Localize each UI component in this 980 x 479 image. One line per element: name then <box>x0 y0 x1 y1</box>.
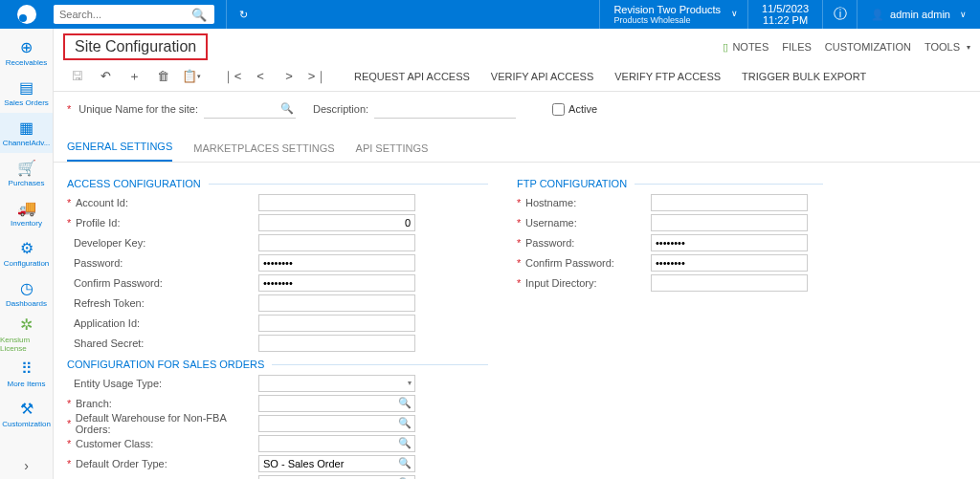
profile-id-input[interactable] <box>258 214 415 231</box>
account-id-label: Account Id: <box>76 197 128 208</box>
wrench-icon: ⚒ <box>20 400 33 418</box>
profile-id-label: Profile Id: <box>76 217 120 229</box>
building-icon: ▦ <box>19 119 33 137</box>
caret-down-icon: ▾ <box>967 43 970 52</box>
truck-icon: 🚚 <box>17 199 36 217</box>
nav-purchases[interactable]: 🛒Purchases <box>0 153 53 193</box>
title-highlight: Site Configuration <box>63 33 208 60</box>
branch-label: Branch: <box>76 398 112 409</box>
account-id-input[interactable] <box>258 194 415 211</box>
tab-general-settings[interactable]: GENERAL SETTINGS <box>67 141 172 162</box>
prev-record-button[interactable]: < <box>247 64 274 89</box>
input-directory-label: Input Directory: <box>525 277 597 289</box>
password-input[interactable] <box>258 254 415 272</box>
nav-customization[interactable]: ⚒Customization <box>0 394 53 434</box>
hostname-label: Hostname: <box>525 197 576 208</box>
ftp-confirm-password-input[interactable] <box>651 254 808 272</box>
tab-api-settings[interactable]: API SETTINGS <box>356 142 429 162</box>
tenant-name: Revision Two Products <box>613 4 721 15</box>
tools-menu[interactable]: TOOLS▾ <box>924 41 970 53</box>
entity-usage-select[interactable]: ▾ <box>258 375 415 392</box>
files-link[interactable]: FILES <box>782 41 812 53</box>
tab-bar: GENERAL SETTINGS MARKETPLACES SETTINGS A… <box>54 130 980 163</box>
application-id-input[interactable] <box>258 315 415 332</box>
clipboard-button[interactable]: 📋▾ <box>178 64 205 89</box>
nav-channeladvisor[interactable]: ▦ChannelAdv... <box>0 113 53 153</box>
time-text: 11:22 PM <box>762 14 809 26</box>
shared-secret-label: Shared Secret: <box>74 337 144 349</box>
unique-name-selector[interactable]: 🔍 <box>204 99 296 119</box>
nav-inventory[interactable]: 🚚Inventory <box>0 193 53 233</box>
gauge-icon: ◷ <box>20 279 33 297</box>
section-ftp-configuration: FTP CONFIGURATION <box>517 178 627 189</box>
gear-icon: ⚙ <box>20 239 33 257</box>
customer-class-selector[interactable]: 🔍 <box>258 435 415 452</box>
hostname-input[interactable] <box>651 194 808 211</box>
filter-row: * Unique Name for the site: 🔍 Descriptio… <box>54 92 980 126</box>
search-wrap: 🔍 <box>54 5 214 24</box>
unique-name-label: Unique Name for the site: <box>78 103 198 115</box>
nav-receivables[interactable]: ⊕Receivables <box>0 33 53 73</box>
ftp-confirm-password-label: Confirm Password: <box>525 257 614 269</box>
undo-button[interactable]: ↶ <box>92 64 119 89</box>
tab-marketplaces-settings[interactable]: MARKETPLACES SETTINGS <box>193 142 334 162</box>
username-input[interactable] <box>651 214 808 231</box>
customer-class-label: Customer Class: <box>76 438 153 449</box>
search-input[interactable] <box>54 6 188 23</box>
entity-usage-label: Entity Usage Type: <box>74 378 162 389</box>
nav-more-items[interactable]: ⠿More Items <box>0 354 53 394</box>
user-icon: 👤 <box>871 9 884 21</box>
shared-secret-input[interactable] <box>258 335 415 352</box>
next-record-button[interactable]: > <box>276 64 302 89</box>
search-icon: 🔍 <box>398 397 412 409</box>
developer-key-label: Developer Key: <box>74 237 145 249</box>
developer-key-input[interactable] <box>258 234 415 251</box>
branch-selector[interactable]: 🔍 <box>258 395 415 412</box>
request-api-access-button[interactable]: REQUEST API ACCESS <box>345 64 479 89</box>
ftp-password-input[interactable] <box>651 234 808 251</box>
input-directory-input[interactable] <box>651 274 808 292</box>
confirm-password-input[interactable] <box>258 274 415 292</box>
def-order-type-selector[interactable]: 🔍 <box>258 455 415 472</box>
verify-api-access-button[interactable]: VERIFY API ACCESS <box>481 64 603 89</box>
last-record-button[interactable]: >｜ <box>304 64 331 89</box>
verify-ftp-access-button[interactable]: VERIFY FTP ACCESS <box>605 64 730 89</box>
refresh-token-input[interactable] <box>258 294 415 312</box>
trigger-bulk-export-button[interactable]: TRIGGER BULK EXPORT <box>732 64 876 89</box>
search-icon: 🔍 <box>398 457 412 469</box>
required-indicator: * <box>67 103 71 115</box>
tenant-selector[interactable]: Revision Two Products Products Wholesale… <box>599 0 747 29</box>
top-header: 🔍 ↻ Revision Two Products Products Whole… <box>0 0 980 29</box>
datetime-display[interactable]: 11/5/2023 11:22 PM <box>747 0 822 29</box>
nav-sales-orders[interactable]: ▤Sales Orders <box>0 73 53 113</box>
collapse-nav-icon[interactable]: › <box>0 452 53 479</box>
refresh-token-label: Refresh Token: <box>74 297 145 309</box>
active-checkbox[interactable] <box>552 103 565 116</box>
customization-link[interactable]: CUSTOMIZATION <box>825 41 911 53</box>
help-icon[interactable]: ⓘ <box>822 0 857 29</box>
user-menu[interactable]: 👤 admin admin ∨ <box>857 0 980 29</box>
confirm-password-label: Confirm Password: <box>74 277 163 289</box>
nav-kensium-license[interactable]: ✲Kensium License <box>0 314 53 354</box>
nav-configuration[interactable]: ⚙Configuration <box>0 233 53 273</box>
plus-circle-icon: ⊕ <box>20 38 33 56</box>
section-access-configuration: ACCESS CONFIGURATION <box>67 178 201 189</box>
app-logo[interactable] <box>0 0 54 29</box>
notes-link[interactable]: ▯NOTES <box>723 41 768 54</box>
delete-button[interactable]: 🗑 <box>149 64 176 89</box>
description-input[interactable] <box>374 99 516 119</box>
def-warehouse-selector[interactable]: 🔍 <box>258 415 415 432</box>
notes-icon: ▯ <box>723 41 728 54</box>
content-area: ACCESS CONFIGURATION *Account Id: *Profi… <box>54 163 980 479</box>
active-label: Active <box>568 103 597 115</box>
description-label: Description: <box>313 103 368 115</box>
def-shipvia-selector[interactable]: 🔍 <box>258 475 415 479</box>
page-title: Site Configuration <box>75 38 196 54</box>
first-record-button[interactable]: ｜< <box>218 64 245 89</box>
nav-dashboards[interactable]: ◷Dashboards <box>0 273 53 314</box>
refresh-icon[interactable]: ↻ <box>226 0 260 29</box>
title-row: Site Configuration ▯NOTES FILES CUSTOMIZ… <box>54 29 980 61</box>
search-icon[interactable]: 🔍 <box>188 8 211 22</box>
add-button[interactable]: ＋ <box>121 64 147 89</box>
main-area: Site Configuration ▯NOTES FILES CUSTOMIZ… <box>54 29 980 479</box>
